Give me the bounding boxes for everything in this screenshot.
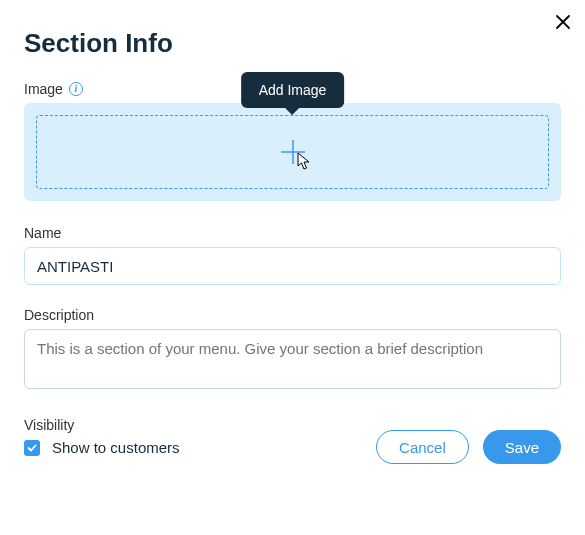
name-field[interactable] bbox=[24, 247, 561, 285]
image-dropzone[interactable]: Add Image bbox=[24, 103, 561, 201]
cursor-icon bbox=[295, 152, 313, 172]
save-button[interactable]: Save bbox=[483, 430, 561, 464]
visibility-checkbox-label: Show to customers bbox=[52, 439, 180, 456]
image-dropzone-inner: Add Image bbox=[36, 115, 549, 189]
description-field-label: Description bbox=[24, 307, 94, 323]
dialog-button-row: Cancel Save bbox=[376, 430, 561, 464]
name-label-row: Name bbox=[24, 225, 561, 241]
tooltip-text: Add Image bbox=[259, 82, 327, 98]
info-icon[interactable]: i bbox=[69, 82, 83, 96]
show-to-customers-checkbox[interactable] bbox=[24, 440, 40, 456]
image-field-label: Image bbox=[24, 81, 63, 97]
section-info-dialog: Section Info Image i Add Image Name Desc… bbox=[0, 0, 585, 480]
close-icon[interactable] bbox=[555, 14, 571, 30]
dialog-title: Section Info bbox=[24, 28, 561, 59]
cancel-button[interactable]: Cancel bbox=[376, 430, 469, 464]
description-label-row: Description bbox=[24, 307, 561, 323]
description-field[interactable] bbox=[24, 329, 561, 389]
visibility-field-label: Visibility bbox=[24, 417, 74, 433]
add-image-tooltip: Add Image bbox=[241, 72, 345, 108]
name-field-label: Name bbox=[24, 225, 61, 241]
